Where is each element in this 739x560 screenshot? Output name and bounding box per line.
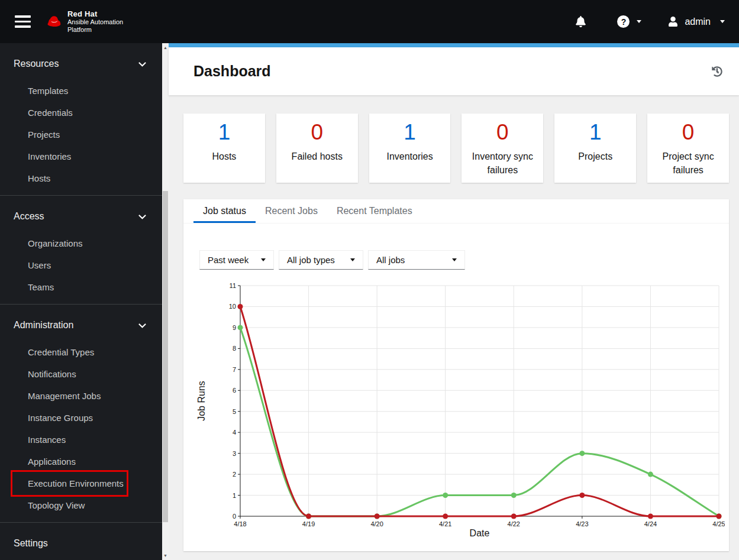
sidebar-scrollbar[interactable]: ▲ ▼ (162, 43, 169, 560)
y-tick-label: 1 (233, 492, 236, 499)
job-status-tab-panel: Past weekAll job typesAll jobs 012345678… (183, 224, 729, 543)
data-point-successful-jobs[interactable] (579, 451, 585, 456)
y-tick-label: 2 (233, 471, 236, 478)
sidebar-group-label: Settings (14, 538, 48, 549)
filter-select-all-jobs[interactable]: All jobs (368, 250, 465, 270)
summary-card-inventory-sync-failures[interactable]: 0Inventory sync failures (462, 114, 543, 183)
data-point-failed-jobs[interactable] (306, 514, 311, 519)
sidebar-item-teams[interactable]: Teams (0, 276, 162, 298)
sidebar-item-topology-view[interactable]: Topology View (0, 494, 162, 516)
dashboard-history-button[interactable] (711, 65, 724, 78)
sidebar-group-access[interactable]: Access (0, 205, 162, 228)
summary-card-failed-hosts[interactable]: 0Failed hosts (276, 114, 358, 183)
scrollbar-thumb[interactable] (163, 191, 168, 522)
sidebar-item-instances[interactable]: Instances (0, 429, 162, 451)
job-runs-line-chart: 012345678910114/184/194/204/214/224/234/… (195, 277, 717, 543)
sidebar-item-credential-types[interactable]: Credential Types (0, 341, 162, 363)
filter-selected-value: Past week (208, 255, 249, 265)
y-tick-label: 3 (233, 450, 236, 457)
data-point-failed-jobs[interactable] (648, 514, 653, 519)
bell-icon (575, 16, 586, 27)
tab-recent-jobs[interactable]: Recent Jobs (256, 199, 327, 223)
sidebar-item-projects[interactable]: Projects (0, 124, 162, 145)
summary-card-project-sync-failures[interactable]: 0Project sync failures (647, 114, 729, 183)
sidebar-group-label: Access (14, 211, 44, 222)
data-point-failed-jobs[interactable] (717, 514, 722, 519)
sidebar-item-execution-environments[interactable]: Execution Environments (0, 472, 162, 494)
y-tick-label: 9 (233, 324, 236, 331)
x-tick-label: 4/22 (508, 520, 520, 527)
sidebar-item-inventories[interactable]: Inventories (0, 145, 162, 167)
y-tick-label: 8 (233, 345, 236, 352)
sidebar-section-access: AccessOrganizationsUsersTeams (0, 195, 162, 304)
sidebar-item-notifications[interactable]: Notifications (0, 363, 162, 385)
sidebar-group-label: Resources (14, 59, 59, 69)
chart-canvas: 012345678910114/184/194/204/214/224/234/… (195, 277, 725, 541)
caret-down-icon (637, 20, 641, 23)
chevron-down-icon (138, 212, 147, 221)
masthead: Red Hat Ansible Automation Platform ? ad… (0, 0, 739, 43)
x-tick-label: 4/25 (712, 520, 725, 527)
tab-recent-templates[interactable]: Recent Templates (327, 199, 422, 223)
summary-card-label: Projects (554, 150, 636, 163)
question-circle-icon: ? (617, 15, 630, 28)
sidebar-group-resources[interactable]: Resources (0, 53, 162, 75)
data-point-failed-jobs[interactable] (579, 493, 585, 498)
summary-card-inventories[interactable]: 1Inventories (369, 114, 451, 183)
summary-card-label: Inventory sync failures (462, 150, 543, 177)
data-point-failed-jobs[interactable] (375, 514, 380, 519)
sidebar-group-administration[interactable]: Administration (0, 314, 162, 336)
filter-select-past-week[interactable]: Past week (199, 250, 274, 270)
summary-card-value: 0 (462, 120, 543, 145)
page-header: Dashboard (169, 47, 739, 95)
y-tick-label: 7 (233, 366, 236, 373)
sidebar-item-management-jobs[interactable]: Management Jobs (0, 385, 162, 407)
tab-job-status[interactable]: Job status (193, 199, 256, 223)
summary-card-label: Inventories (369, 150, 451, 163)
series-line-successful-jobs (240, 328, 719, 516)
filter-select-all-job-types[interactable]: All job types (279, 250, 363, 270)
user-menu-button[interactable]: admin (668, 17, 725, 27)
x-axis-title: Date (470, 528, 490, 538)
data-point-failed-jobs[interactable] (238, 304, 243, 309)
sidebar-item-applications[interactable]: Applications (0, 451, 162, 472)
data-point-successful-jobs[interactable] (648, 472, 653, 477)
sidebar-item-organizations[interactable]: Organizations (0, 232, 162, 254)
chevron-down-icon (138, 60, 147, 69)
summary-card-value: 0 (276, 120, 358, 145)
masthead-toolbar: ? admin (575, 15, 739, 28)
help-menu-button[interactable]: ? (617, 15, 641, 28)
history-icon (712, 66, 722, 77)
summary-card-hosts[interactable]: 1Hosts (183, 114, 265, 183)
data-point-successful-jobs[interactable] (238, 325, 243, 330)
x-tick-label: 4/18 (234, 520, 246, 527)
sidebar-item-instance-groups[interactable]: Instance Groups (0, 407, 162, 429)
data-point-failed-jobs[interactable] (511, 514, 517, 519)
x-tick-label: 4/24 (644, 520, 657, 527)
data-point-successful-jobs[interactable] (511, 493, 517, 498)
scrollbar-up-arrow-icon[interactable]: ▲ (162, 44, 169, 51)
y-tick-label: 10 (229, 303, 236, 310)
data-point-successful-jobs[interactable] (443, 493, 448, 498)
sidebar-item-users[interactable]: Users (0, 254, 162, 276)
x-tick-label: 4/23 (576, 520, 588, 527)
sidebar-group-settings[interactable]: Settings (0, 532, 162, 555)
sidebar-item-credentials[interactable]: Credentials (0, 102, 162, 124)
main-content: Dashboard 1Hosts0Failed hosts1Inventorie… (169, 43, 739, 560)
chart-filters: Past weekAll job typesAll jobs (199, 250, 717, 270)
brand-subtitle-line1: Ansible Automation (67, 18, 123, 26)
sidebar-item-templates[interactable]: Templates (0, 80, 162, 102)
data-point-failed-jobs[interactable] (443, 514, 448, 519)
sidebar-nav: ResourcesTemplatesCredentialsProjectsInv… (0, 43, 162, 560)
summary-card-value: 1 (554, 120, 636, 145)
scrollbar-down-arrow-icon[interactable]: ▼ (162, 552, 169, 559)
notifications-button[interactable] (575, 16, 586, 27)
sidebar-section-settings: Settings (0, 522, 162, 560)
nav-toggle-button[interactable] (12, 13, 33, 30)
y-tick-label: 5 (233, 408, 236, 415)
filter-selected-value: All job types (287, 255, 335, 265)
y-tick-label: 11 (230, 282, 236, 289)
sidebar-item-hosts[interactable]: Hosts (0, 167, 162, 189)
sidebar-section-resources: ResourcesTemplatesCredentialsProjectsInv… (0, 43, 162, 195)
summary-card-projects[interactable]: 1Projects (554, 114, 636, 183)
